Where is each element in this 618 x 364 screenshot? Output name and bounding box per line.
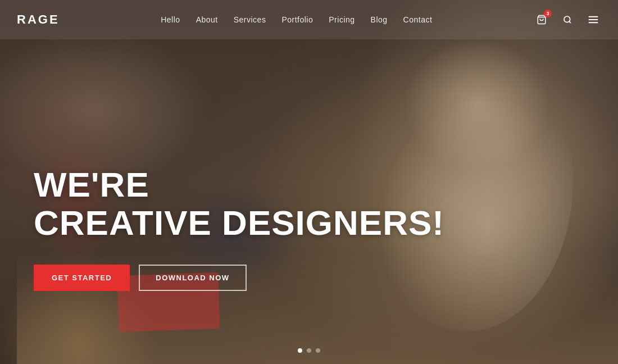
slide-dot-1[interactable] xyxy=(298,348,302,353)
nav-link-services[interactable]: Services xyxy=(234,15,266,24)
cart-badge: 3 xyxy=(544,10,552,17)
nav-link-portfolio[interactable]: Portfolio xyxy=(281,15,313,24)
nav-item-services[interactable]: Services xyxy=(234,15,266,25)
nav-item-pricing[interactable]: Pricing xyxy=(329,15,355,25)
nav-link-hello[interactable]: Hello xyxy=(161,15,180,24)
nav-link-about[interactable]: About xyxy=(196,15,218,24)
nav-link-contact[interactable]: Contact xyxy=(403,15,433,24)
nav-item-blog[interactable]: Blog xyxy=(371,15,388,25)
nav-item-about[interactable]: About xyxy=(196,15,218,25)
slide-dot-2[interactable] xyxy=(307,348,311,353)
get-started-button[interactable]: GET STARTED xyxy=(34,265,130,291)
scroll-indicator xyxy=(298,348,320,353)
search-icon xyxy=(563,15,572,24)
hero-line1: WE'RE xyxy=(34,165,149,204)
nav-links: Hello About Services Portfolio Pricing B… xyxy=(161,15,432,25)
svg-point-1 xyxy=(564,16,570,22)
nav-item-hello[interactable]: Hello xyxy=(161,15,180,25)
svg-line-2 xyxy=(569,21,571,23)
slide-dot-3[interactable] xyxy=(316,348,320,353)
navbar: RAGE Hello About Services Portfolio Pric… xyxy=(0,0,618,39)
nav-icons: 3 xyxy=(534,12,601,28)
nav-link-blog[interactable]: Blog xyxy=(371,15,388,24)
menu-button[interactable] xyxy=(585,12,601,28)
cart-button[interactable]: 3 xyxy=(534,12,549,28)
hero-buttons: GET STARTED DOWNLOAD NOW xyxy=(34,265,444,291)
hero-line2: CREATIVE DESIGNERS! xyxy=(34,203,444,242)
hero-title: WE'RE CREATIVE DESIGNERS! xyxy=(34,166,444,242)
search-button[interactable] xyxy=(560,12,575,28)
hero-section: RAGE Hello About Services Portfolio Pric… xyxy=(0,0,618,364)
download-now-button[interactable]: DOWNLOAD NOW xyxy=(139,265,246,291)
nav-item-contact[interactable]: Contact xyxy=(403,15,433,25)
logo[interactable]: RAGE xyxy=(17,12,60,27)
nav-item-portfolio[interactable]: Portfolio xyxy=(281,15,313,25)
hamburger-icon xyxy=(588,15,598,24)
nav-link-pricing[interactable]: Pricing xyxy=(329,15,355,24)
hero-content: WE'RE CREATIVE DESIGNERS! GET STARTED DO… xyxy=(34,166,444,291)
